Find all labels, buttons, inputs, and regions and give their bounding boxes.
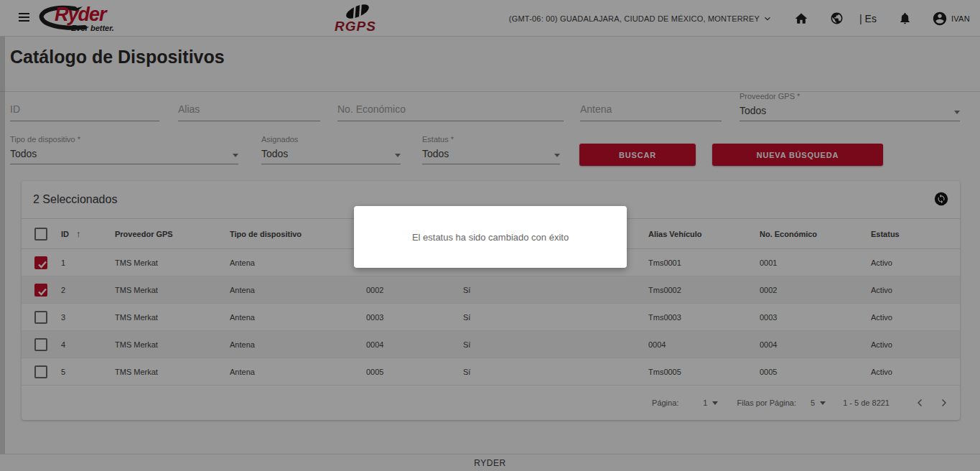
status-toast: El estatus ha sido cambiado con éxito bbox=[354, 206, 627, 268]
toast-message: El estatus ha sido cambiado con éxito bbox=[412, 232, 569, 243]
app-screen: Ryder Ever better. RGPS (GMT-06: 00) GUA… bbox=[0, 0, 980, 471]
